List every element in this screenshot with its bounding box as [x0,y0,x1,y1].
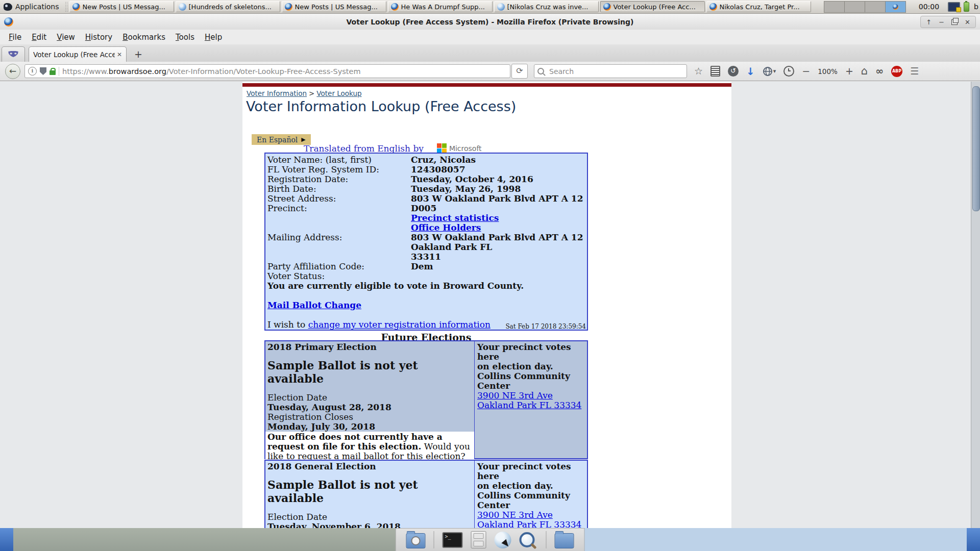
mail-ballot-change-link[interactable]: Mail Ballot Change [267,300,361,310]
zoom-in-button[interactable]: + [845,66,853,76]
close-button[interactable]: ✕ [965,19,970,26]
library-icon[interactable] [710,66,720,77]
bottom-strip [0,528,980,551]
adblock-plus-icon[interactable]: ABP [891,66,902,77]
breadcrumb-voter-information[interactable]: Voter Information [247,89,307,97]
voter-row: Voter Name: (last, first)Cruz, Nicolas [267,155,585,165]
primary-precinct-info: Your precinct votes here on election day… [475,341,587,458]
minimize-button[interactable]: − [939,19,944,26]
firefox-window: Voter Lookup (Free Access System) - Mozi… [0,14,980,528]
firefox-icon [391,3,399,11]
primary-election-details: 2018 Primary Election Sample Ballot is n… [265,341,475,458]
menu-file[interactable]: File [4,31,26,43]
general-election-details: 2018 General Election Sample Ballot is n… [265,461,475,531]
breadcrumb-voter-lookup[interactable]: Voter Lookup [316,89,361,97]
office-holders-link[interactable]: Office Holders [411,223,481,233]
history-clock-icon[interactable] [783,66,794,77]
search-magnifier-icon[interactable] [537,68,544,74]
taskbar-window-button[interactable]: Nikolas Cruz, Target Pr... [706,1,811,12]
panel-corner-right[interactable] [967,528,980,551]
private-browsing-indicator[interactable] [2,46,25,62]
primary-election-table: 2018 Primary Election Sample Ballot is n… [264,340,588,459]
downloads-icon[interactable]: ↓ [746,66,755,77]
taskbar-window-button[interactable]: New Posts | US Messag... [69,1,174,12]
zoom-level[interactable]: 100% [818,67,838,76]
session-restore-icon[interactable]: ↺ [728,66,739,77]
page-info-icon[interactable]: i [28,67,37,76]
shade-button[interactable]: ↑ [926,19,932,26]
precinct-address-link[interactable]: 3900 NE 3rd Ave [477,510,584,520]
https-lock-icon[interactable] [50,70,56,75]
window-title: Voter Lookup (Free Access System) - Mozi… [0,18,980,26]
translate-spanish-button[interactable]: En Español ▶ [252,134,311,145]
search-bar[interactable] [534,64,687,78]
breadcrumb-separator: > [309,89,314,97]
applications-label: Applications [15,3,59,11]
tab-close-icon[interactable]: ✕ [117,51,122,58]
voter-row: Mailing Address:803 W Oakland Park Blvd … [267,233,585,242]
applications-icon [4,3,12,11]
battery-icon[interactable] [964,2,969,12]
file-cabinet-icon[interactable] [471,531,486,548]
breadcrumb: Voter Information>Voter Lookup [247,89,362,97]
precinct-address-link[interactable]: 3900 NE 3rd Ave [477,391,584,400]
top-taskbar: Applications New Posts | US Messag... [H… [0,0,980,14]
url-bar[interactable]: i https://www.browardsoe.org/Voter-Infor… [24,64,510,78]
workspace-pager[interactable] [824,1,906,13]
workspace-4-current[interactable] [886,1,906,13]
taskbar-window-button[interactable]: [Nikolas Cruz was inve... [494,1,599,12]
translate-globe-group[interactable]: ▾ [763,66,776,77]
general-precinct-info: Your precinct votes here on election day… [475,461,587,531]
voter-row: FL Voter Reg. System ID:124308057 [267,165,585,174]
recent-documents-icon[interactable] [406,533,426,548]
home-button[interactable]: ⌂ [861,66,868,77]
search-tool-icon[interactable] [520,532,535,547]
tab-voter-lookup[interactable]: Voter Lookup (Free Access ✕ [29,46,127,62]
zoom-out-button[interactable]: − [802,66,810,76]
scrollbar-thumb[interactable] [972,86,980,211]
page-header-bar [242,83,731,87]
change-registration-link[interactable]: change my voter registration information [308,319,491,330]
precinct-statistics-link[interactable]: Precinct statistics [411,213,499,223]
menu-history[interactable]: History [81,31,117,43]
reload-button[interactable]: ⟳ [511,64,528,79]
globe-icon [763,66,773,77]
tracking-shield-icon[interactable] [40,67,46,75]
infinity-addon-icon[interactable]: ∞ [875,66,884,76]
taskbar-window-button[interactable]: [Hundreds of skeletons... [176,1,280,12]
workspace-3[interactable] [865,1,886,13]
hamburger-menu-icon[interactable]: ☰ [910,66,919,76]
workspace-1[interactable] [824,1,845,13]
window-controls: ↑ − ✕ [920,16,976,28]
menu-bookmarks[interactable]: Bookmarks [118,31,170,43]
web-browser-icon[interactable] [495,532,511,548]
translated-by-line: Translated from English by Microsoft [304,143,482,154]
applications-menu[interactable]: Applications [2,1,63,13]
panel-corner-left[interactable] [0,528,13,551]
search-input[interactable] [548,67,683,76]
terminal-icon[interactable] [443,532,463,548]
vertical-scrollbar[interactable] [971,82,980,531]
url-text[interactable]: https://www.browardsoe.org/Voter-Informa… [62,67,507,76]
screen-lock-icon[interactable] [948,2,960,12]
taskbar-window-button-active[interactable]: Voter Lookup (Free Acc... [600,1,705,12]
menu-help[interactable]: Help [200,31,227,43]
taskbar-window-button[interactable]: New Posts | US Messag... [282,1,386,12]
back-button[interactable]: ← [5,64,20,79]
window-titlebar[interactable]: Voter Lookup (Free Access System) - Mozi… [0,14,980,30]
file-manager-icon[interactable] [555,533,574,548]
firefox-icon [893,4,898,10]
maximize-button[interactable] [951,19,958,25]
dock-separator [434,531,434,548]
menu-tools[interactable]: Tools [171,31,199,43]
taskbar-window-button[interactable]: He Was A Drumpf Supp... [388,1,493,12]
page-title: Voter Information Lookup (Free Access) [246,98,516,114]
page-content-column: Voter Information>Voter Lookup Voter Inf… [242,82,731,531]
menu-view[interactable]: View [52,31,80,43]
bookmark-star-icon[interactable]: ☆ [694,66,703,76]
firefox-icon [603,3,611,11]
new-tab-button[interactable]: + [131,47,146,61]
workspace-2[interactable] [845,1,865,13]
precinct-address-link[interactable]: Oakland Park FL 33334 [477,400,584,410]
menu-edit[interactable]: Edit [27,31,51,43]
